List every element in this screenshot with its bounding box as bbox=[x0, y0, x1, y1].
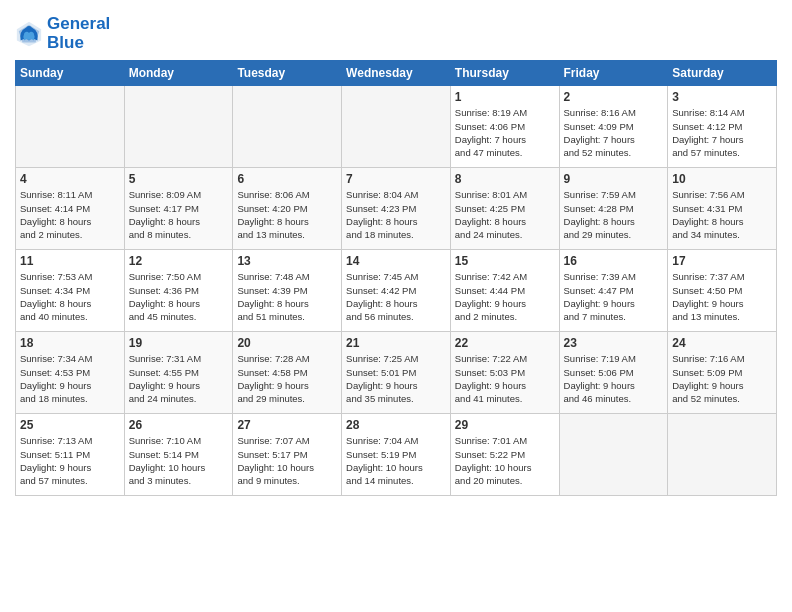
day-info: Sunrise: 8:09 AM Sunset: 4:17 PM Dayligh… bbox=[129, 188, 229, 241]
day-info: Sunrise: 8:16 AM Sunset: 4:09 PM Dayligh… bbox=[564, 106, 664, 159]
day-number: 25 bbox=[20, 418, 120, 432]
day-info: Sunrise: 7:56 AM Sunset: 4:31 PM Dayligh… bbox=[672, 188, 772, 241]
calendar-cell: 23Sunrise: 7:19 AM Sunset: 5:06 PM Dayli… bbox=[559, 332, 668, 414]
logo-icon bbox=[15, 20, 43, 48]
day-number: 8 bbox=[455, 172, 555, 186]
calendar-cell: 13Sunrise: 7:48 AM Sunset: 4:39 PM Dayli… bbox=[233, 250, 342, 332]
weekday-header-row: SundayMondayTuesdayWednesdayThursdayFrid… bbox=[16, 61, 777, 86]
calendar-cell: 21Sunrise: 7:25 AM Sunset: 5:01 PM Dayli… bbox=[342, 332, 451, 414]
day-info: Sunrise: 8:19 AM Sunset: 4:06 PM Dayligh… bbox=[455, 106, 555, 159]
calendar-cell: 26Sunrise: 7:10 AM Sunset: 5:14 PM Dayli… bbox=[124, 414, 233, 496]
day-info: Sunrise: 7:10 AM Sunset: 5:14 PM Dayligh… bbox=[129, 434, 229, 487]
calendar-week-5: 25Sunrise: 7:13 AM Sunset: 5:11 PM Dayli… bbox=[16, 414, 777, 496]
day-info: Sunrise: 8:14 AM Sunset: 4:12 PM Dayligh… bbox=[672, 106, 772, 159]
day-info: Sunrise: 7:34 AM Sunset: 4:53 PM Dayligh… bbox=[20, 352, 120, 405]
day-info: Sunrise: 7:13 AM Sunset: 5:11 PM Dayligh… bbox=[20, 434, 120, 487]
day-number: 28 bbox=[346, 418, 446, 432]
calendar-cell bbox=[342, 86, 451, 168]
calendar-cell: 4Sunrise: 8:11 AM Sunset: 4:14 PM Daylig… bbox=[16, 168, 125, 250]
calendar-cell: 8Sunrise: 8:01 AM Sunset: 4:25 PM Daylig… bbox=[450, 168, 559, 250]
day-info: Sunrise: 7:28 AM Sunset: 4:58 PM Dayligh… bbox=[237, 352, 337, 405]
day-number: 14 bbox=[346, 254, 446, 268]
day-number: 18 bbox=[20, 336, 120, 350]
weekday-header-wednesday: Wednesday bbox=[342, 61, 451, 86]
calendar-cell bbox=[559, 414, 668, 496]
day-number: 29 bbox=[455, 418, 555, 432]
calendar-cell: 10Sunrise: 7:56 AM Sunset: 4:31 PM Dayli… bbox=[668, 168, 777, 250]
day-number: 6 bbox=[237, 172, 337, 186]
weekday-header-monday: Monday bbox=[124, 61, 233, 86]
day-info: Sunrise: 7:31 AM Sunset: 4:55 PM Dayligh… bbox=[129, 352, 229, 405]
weekday-header-friday: Friday bbox=[559, 61, 668, 86]
calendar-cell: 15Sunrise: 7:42 AM Sunset: 4:44 PM Dayli… bbox=[450, 250, 559, 332]
calendar-week-2: 4Sunrise: 8:11 AM Sunset: 4:14 PM Daylig… bbox=[16, 168, 777, 250]
calendar-cell: 5Sunrise: 8:09 AM Sunset: 4:17 PM Daylig… bbox=[124, 168, 233, 250]
day-info: Sunrise: 7:39 AM Sunset: 4:47 PM Dayligh… bbox=[564, 270, 664, 323]
calendar-cell bbox=[16, 86, 125, 168]
calendar-cell: 9Sunrise: 7:59 AM Sunset: 4:28 PM Daylig… bbox=[559, 168, 668, 250]
day-number: 7 bbox=[346, 172, 446, 186]
calendar-cell bbox=[233, 86, 342, 168]
calendar-cell: 18Sunrise: 7:34 AM Sunset: 4:53 PM Dayli… bbox=[16, 332, 125, 414]
day-number: 26 bbox=[129, 418, 229, 432]
day-number: 1 bbox=[455, 90, 555, 104]
day-number: 2 bbox=[564, 90, 664, 104]
calendar-week-4: 18Sunrise: 7:34 AM Sunset: 4:53 PM Dayli… bbox=[16, 332, 777, 414]
day-number: 17 bbox=[672, 254, 772, 268]
weekday-header-saturday: Saturday bbox=[668, 61, 777, 86]
day-info: Sunrise: 7:50 AM Sunset: 4:36 PM Dayligh… bbox=[129, 270, 229, 323]
logo: General Blue bbox=[15, 15, 110, 52]
calendar-cell bbox=[668, 414, 777, 496]
day-info: Sunrise: 7:48 AM Sunset: 4:39 PM Dayligh… bbox=[237, 270, 337, 323]
calendar-cell: 6Sunrise: 8:06 AM Sunset: 4:20 PM Daylig… bbox=[233, 168, 342, 250]
calendar-cell: 28Sunrise: 7:04 AM Sunset: 5:19 PM Dayli… bbox=[342, 414, 451, 496]
weekday-header-thursday: Thursday bbox=[450, 61, 559, 86]
header: General Blue bbox=[15, 10, 777, 52]
day-info: Sunrise: 8:04 AM Sunset: 4:23 PM Dayligh… bbox=[346, 188, 446, 241]
day-number: 11 bbox=[20, 254, 120, 268]
day-number: 3 bbox=[672, 90, 772, 104]
logo-text: General Blue bbox=[47, 15, 110, 52]
day-number: 12 bbox=[129, 254, 229, 268]
day-number: 22 bbox=[455, 336, 555, 350]
calendar: SundayMondayTuesdayWednesdayThursdayFrid… bbox=[15, 60, 777, 496]
day-info: Sunrise: 7:42 AM Sunset: 4:44 PM Dayligh… bbox=[455, 270, 555, 323]
day-info: Sunrise: 7:22 AM Sunset: 5:03 PM Dayligh… bbox=[455, 352, 555, 405]
day-number: 20 bbox=[237, 336, 337, 350]
calendar-cell: 22Sunrise: 7:22 AM Sunset: 5:03 PM Dayli… bbox=[450, 332, 559, 414]
calendar-week-1: 1Sunrise: 8:19 AM Sunset: 4:06 PM Daylig… bbox=[16, 86, 777, 168]
calendar-cell: 25Sunrise: 7:13 AM Sunset: 5:11 PM Dayli… bbox=[16, 414, 125, 496]
day-info: Sunrise: 7:37 AM Sunset: 4:50 PM Dayligh… bbox=[672, 270, 772, 323]
day-info: Sunrise: 7:01 AM Sunset: 5:22 PM Dayligh… bbox=[455, 434, 555, 487]
day-number: 9 bbox=[564, 172, 664, 186]
calendar-cell: 17Sunrise: 7:37 AM Sunset: 4:50 PM Dayli… bbox=[668, 250, 777, 332]
weekday-header-tuesday: Tuesday bbox=[233, 61, 342, 86]
calendar-cell: 16Sunrise: 7:39 AM Sunset: 4:47 PM Dayli… bbox=[559, 250, 668, 332]
day-info: Sunrise: 7:19 AM Sunset: 5:06 PM Dayligh… bbox=[564, 352, 664, 405]
day-number: 15 bbox=[455, 254, 555, 268]
day-info: Sunrise: 7:59 AM Sunset: 4:28 PM Dayligh… bbox=[564, 188, 664, 241]
day-number: 24 bbox=[672, 336, 772, 350]
day-info: Sunrise: 8:01 AM Sunset: 4:25 PM Dayligh… bbox=[455, 188, 555, 241]
calendar-cell: 29Sunrise: 7:01 AM Sunset: 5:22 PM Dayli… bbox=[450, 414, 559, 496]
day-number: 19 bbox=[129, 336, 229, 350]
day-number: 5 bbox=[129, 172, 229, 186]
day-number: 16 bbox=[564, 254, 664, 268]
calendar-cell: 11Sunrise: 7:53 AM Sunset: 4:34 PM Dayli… bbox=[16, 250, 125, 332]
day-info: Sunrise: 7:16 AM Sunset: 5:09 PM Dayligh… bbox=[672, 352, 772, 405]
calendar-cell: 24Sunrise: 7:16 AM Sunset: 5:09 PM Dayli… bbox=[668, 332, 777, 414]
calendar-cell: 7Sunrise: 8:04 AM Sunset: 4:23 PM Daylig… bbox=[342, 168, 451, 250]
page: General Blue SundayMondayTuesdayWednesda… bbox=[0, 0, 792, 612]
calendar-cell: 20Sunrise: 7:28 AM Sunset: 4:58 PM Dayli… bbox=[233, 332, 342, 414]
calendar-cell: 14Sunrise: 7:45 AM Sunset: 4:42 PM Dayli… bbox=[342, 250, 451, 332]
day-number: 23 bbox=[564, 336, 664, 350]
day-info: Sunrise: 7:25 AM Sunset: 5:01 PM Dayligh… bbox=[346, 352, 446, 405]
calendar-cell: 3Sunrise: 8:14 AM Sunset: 4:12 PM Daylig… bbox=[668, 86, 777, 168]
calendar-cell: 2Sunrise: 8:16 AM Sunset: 4:09 PM Daylig… bbox=[559, 86, 668, 168]
weekday-header-sunday: Sunday bbox=[16, 61, 125, 86]
calendar-cell: 19Sunrise: 7:31 AM Sunset: 4:55 PM Dayli… bbox=[124, 332, 233, 414]
day-info: Sunrise: 7:07 AM Sunset: 5:17 PM Dayligh… bbox=[237, 434, 337, 487]
day-info: Sunrise: 7:53 AM Sunset: 4:34 PM Dayligh… bbox=[20, 270, 120, 323]
calendar-cell: 27Sunrise: 7:07 AM Sunset: 5:17 PM Dayli… bbox=[233, 414, 342, 496]
day-number: 21 bbox=[346, 336, 446, 350]
